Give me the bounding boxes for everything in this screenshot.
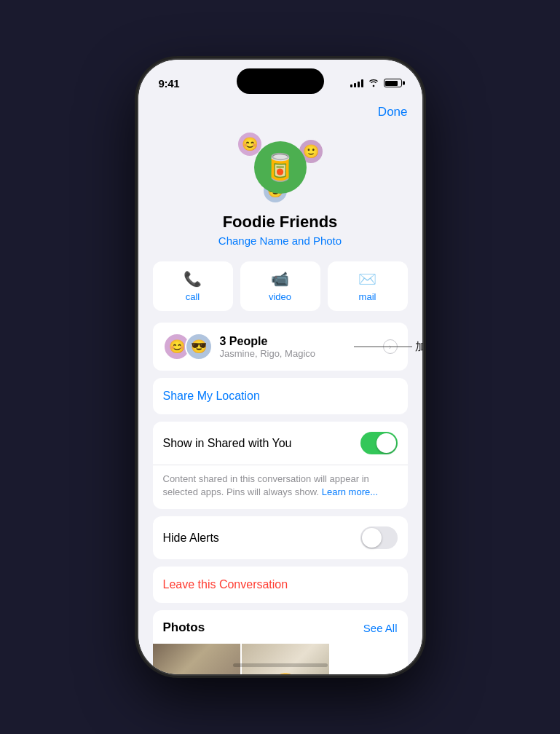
call-label: call — [186, 291, 200, 302]
dynamic-island — [237, 68, 324, 94]
screen-content: Done 😊 🙂 🥫 😎 Foodie Friends Change Name … — [138, 60, 422, 674]
video-button[interactable]: 📹 video — [240, 261, 320, 311]
signal-bars-icon — [350, 79, 363, 87]
home-indicator — [233, 663, 328, 667]
phone-screen: 9:41 Done — [138, 60, 422, 674]
members-names: Jasmine, Rigo, Magico — [220, 348, 316, 359]
hide-alerts-knob — [362, 528, 382, 548]
toggle-knob — [376, 433, 396, 453]
leave-conversation-row[interactable]: Leave this Conversation — [153, 567, 408, 603]
shared-with-you-row: Show in Shared with You — [153, 422, 408, 465]
learn-more-link[interactable]: Learn more... — [322, 486, 378, 497]
photo-thumb-2: 🙂 — [242, 644, 329, 674]
hide-alerts-section: Hide Alerts — [153, 516, 408, 559]
done-button[interactable]: Done — [378, 105, 408, 119]
share-location-label: Share My Location — [163, 390, 260, 402]
change-name-link[interactable]: Change Name and Photo — [218, 234, 342, 247]
annotation-text: 加入或移除成員。 — [415, 340, 422, 354]
shared-with-you-toggle[interactable] — [360, 432, 398, 454]
status-icons — [350, 79, 402, 87]
members-container: 😊 😎 3 People Jasmine, Rigo, Magico › — [153, 323, 408, 371]
mail-label: mail — [359, 291, 376, 302]
video-icon: 📹 — [271, 270, 289, 288]
mail-icon: ✉️ — [358, 270, 376, 288]
avatar-main: 🥫 — [254, 141, 307, 194]
action-buttons-row: 📞 call 📹 video ✉️ mail — [138, 261, 422, 323]
share-location-row[interactable]: Share My Location — [153, 378, 408, 414]
mail-button[interactable]: ✉️ mail — [328, 261, 408, 311]
photos-title: Photos — [163, 620, 205, 635]
group-header: 😊 🙂 🥫 😎 Foodie Friends Change Name and P… — [138, 125, 422, 261]
group-name: Foodie Friends — [223, 213, 338, 232]
call-button[interactable]: 📞 call — [153, 261, 233, 311]
leave-conversation-label: Leave this Conversation — [163, 578, 288, 591]
members-left: 😊 😎 3 People Jasmine, Rigo, Magico — [163, 333, 316, 360]
photos-header: Photos See All — [153, 610, 408, 644]
video-label: video — [269, 291, 291, 302]
hide-alerts-row: Hide Alerts — [153, 516, 408, 559]
hide-alerts-toggle[interactable] — [360, 526, 398, 549]
can-emoji: 🥫 — [264, 152, 296, 183]
avatar-cluster: 😊 🙂 🥫 😎 — [237, 131, 324, 204]
shared-description: Content shared in this conversation will… — [153, 465, 408, 509]
see-all-button[interactable]: See All — [363, 622, 398, 634]
status-time: 9:41 — [159, 77, 180, 90]
shared-with-you-label: Show in Shared with You — [163, 437, 292, 450]
shared-with-you-section: Show in Shared with You Content shared i… — [153, 422, 408, 509]
members-section[interactable]: 😊 😎 3 People Jasmine, Rigo, Magico › — [153, 323, 408, 371]
wifi-icon — [368, 79, 379, 87]
members-count: 3 People — [220, 335, 316, 348]
hide-alerts-label: Hide Alerts — [163, 532, 219, 545]
members-info: 3 People Jasmine, Rigo, Magico — [220, 335, 316, 359]
members-avatars: 😊 😎 — [163, 333, 213, 360]
call-icon: 📞 — [184, 270, 202, 288]
battery-icon — [384, 79, 402, 87]
photo-thumb-1 — [153, 644, 240, 674]
phone-frame: 9:41 Done — [138, 60, 422, 674]
photos-thumbnails: 🙂 — [153, 644, 408, 674]
done-row: Done — [138, 96, 422, 125]
member-avatar-2: 😎 — [185, 333, 213, 360]
chevron-right-icon[interactable]: › — [383, 339, 398, 354]
detail-sheet: Done 😊 🙂 🥫 😎 Foodie Friends Change Name … — [138, 96, 422, 674]
